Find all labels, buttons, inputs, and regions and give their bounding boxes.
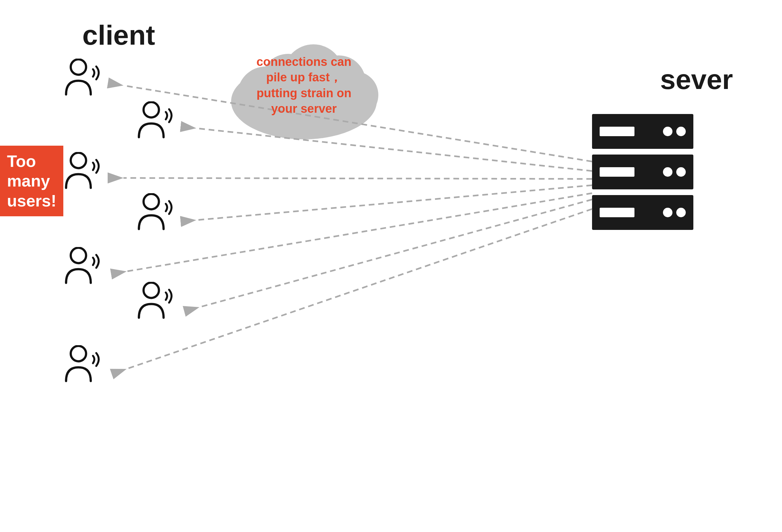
arrow-3 [123, 178, 592, 179]
server-led-2 [600, 167, 635, 177]
svg-point-8 [71, 153, 86, 168]
person-4 [136, 193, 177, 239]
diagram-container: client sever Too manyusers! connections … [0, 0, 782, 532]
server-dots-1 [663, 127, 686, 136]
server-dot-1b [676, 127, 686, 136]
server-rack [592, 114, 694, 241]
server-dot-3a [663, 208, 672, 217]
svg-point-10 [71, 248, 86, 263]
server-unit-2 [592, 154, 694, 189]
server-unit-3 [592, 195, 694, 230]
client-label: client [82, 19, 155, 51]
svg-point-7 [143, 102, 159, 117]
svg-point-9 [143, 194, 159, 209]
server-dot-3b [676, 208, 686, 217]
too-many-badge: Too manyusers! [0, 146, 63, 216]
person-6 [136, 282, 177, 327]
person-1 [63, 59, 104, 104]
person-7 [63, 345, 104, 391]
svg-point-11 [143, 282, 159, 298]
arrow-6 [200, 200, 592, 307]
server-dot-2b [676, 167, 686, 177]
server-dots-3 [663, 208, 686, 217]
server-dots-2 [663, 167, 686, 177]
person-5 [63, 247, 104, 293]
svg-point-6 [71, 59, 86, 75]
cloud-shape: connections can pile up fast，putting str… [215, 25, 393, 146]
arrow-4 [196, 185, 592, 220]
server-label: sever [660, 63, 733, 96]
server-led-1 [600, 127, 635, 136]
person-3 [63, 152, 104, 198]
server-led-3 [600, 208, 635, 217]
svg-point-12 [71, 346, 86, 361]
arrow-5 [127, 193, 592, 271]
server-unit-1 [592, 114, 694, 149]
person-2 [136, 101, 177, 147]
server-dot-2a [663, 167, 672, 177]
arrow-7 [127, 209, 592, 369]
cloud-warning-text: connections can pile up fast，putting str… [250, 54, 358, 117]
server-dot-1a [663, 127, 672, 136]
